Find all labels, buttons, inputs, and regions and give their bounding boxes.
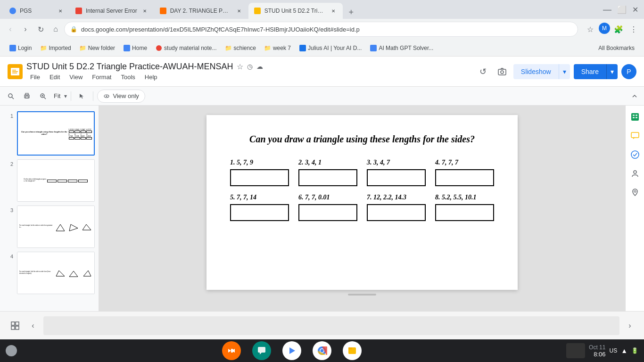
bookmark-ai-math[interactable]: AI Math GPT Solver... (366, 43, 437, 53)
grid-view-button[interactable] (8, 318, 23, 333)
people-icon[interactable] (627, 166, 643, 181)
maximize-button[interactable]: ⬜ (615, 5, 628, 14)
taskbar-left (6, 345, 17, 356)
nav-right-button[interactable]: › (623, 319, 636, 332)
problem-label-6: 6. 7, 7, 0.01 (298, 194, 330, 201)
menu-format[interactable]: Format (88, 73, 115, 82)
zoom-button[interactable] (36, 90, 50, 103)
menu-button[interactable]: ⋮ (627, 23, 640, 36)
share-button[interactable]: Share (574, 64, 606, 79)
svg-point-37 (8, 348, 14, 354)
profile-button[interactable]: M (599, 23, 610, 34)
view-only-button[interactable]: View only (97, 90, 145, 103)
close-button[interactable]: ✕ (630, 5, 640, 14)
tab-close-button[interactable]: ✕ (330, 7, 337, 15)
slide-2-thumbnail[interactable]: 2 Do the sides of all triangles at given… (0, 157, 99, 204)
canvas-area: Can you draw a triangle using these leng… (99, 106, 625, 311)
slideshow-button[interactable]: Slideshow (513, 64, 559, 79)
problem-item-4: 4. 7, 7, 7 (435, 159, 494, 186)
toolbar-collapse-button[interactable] (629, 90, 640, 102)
bookmark-label: New folder (88, 45, 115, 51)
problem-answer-box-3[interactable] (367, 169, 426, 186)
problem-answer-box-7[interactable] (367, 204, 426, 221)
bookmark-julius-ai[interactable]: Julius AI | Your AI D... (296, 43, 366, 53)
tab-close-button[interactable]: ✕ (141, 7, 149, 15)
bookmark-button[interactable]: ☆ (584, 23, 597, 36)
bookmark-study-material[interactable]: study material note... (152, 43, 220, 53)
task-icon[interactable] (627, 147, 643, 162)
problem-label-7: 7. 12, 2.2, 14.3 (367, 194, 406, 201)
problem-answer-box-2[interactable] (298, 169, 357, 186)
camera-button[interactable] (495, 64, 510, 79)
cloud-icon[interactable]: ☁ (256, 63, 263, 70)
bookmark-week7[interactable]: 📁 week 7 (261, 43, 295, 53)
taskbar-chat-app[interactable] (252, 341, 271, 360)
print-button[interactable] (20, 90, 34, 103)
new-tab-button[interactable]: + (345, 6, 358, 19)
all-bookmarks-link[interactable]: All Bookmarks (594, 43, 638, 53)
bookmark-login[interactable]: Login (6, 43, 35, 53)
svg-rect-36 (16, 326, 19, 329)
menu-file[interactable]: File (26, 73, 44, 82)
svg-rect-35 (11, 326, 15, 329)
problem-item-3: 3. 3, 4, 7 (367, 159, 426, 186)
reload-button[interactable]: ↻ (34, 23, 47, 36)
problem-answer-box-5[interactable] (230, 204, 289, 221)
comment-icon[interactable] (627, 128, 643, 143)
menu-help[interactable]: Help (141, 73, 161, 82)
slide-3-thumbnail[interactable]: 3 For each triangle, list the sides in o… (0, 204, 99, 250)
tab-close-button[interactable]: ✕ (57, 7, 64, 15)
cursor-button[interactable] (75, 90, 89, 103)
bookmark-home[interactable]: Home (120, 43, 151, 53)
slide-4-thumbnail[interactable]: 4 For each triangle, find the side to or… (0, 250, 99, 296)
user-avatar[interactable]: P (621, 64, 636, 79)
taskbar-launcher-button[interactable] (6, 345, 17, 356)
tab-pgs[interactable]: PGS ✕ (4, 3, 70, 19)
problem-item-7: 7. 12, 2.2, 14.3 (367, 194, 426, 221)
share-dropdown-button[interactable]: ▾ (606, 64, 618, 79)
bookmark-science[interactable]: 📁 schience (222, 43, 260, 53)
tab-stud-active[interactable]: STUD Unit 5 D2.2 Triangle Pra... ✕ (248, 3, 343, 19)
toolbar-separator-2 (93, 91, 93, 101)
taskbar-chrome-app[interactable] (313, 341, 331, 360)
bookmark-new-folder[interactable]: 📁 New folder (76, 43, 119, 53)
scroll-indicator (348, 294, 376, 296)
undo-history-button[interactable]: ↺ (476, 64, 491, 79)
slideshow-dropdown-button[interactable]: ▾ (559, 64, 570, 79)
menu-edit[interactable]: Edit (46, 73, 64, 82)
taskbar-meet-app[interactable] (222, 341, 241, 360)
address-bar[interactable]: 🔒 docs.google.com/presentation/d/1exD5IL… (64, 22, 578, 37)
tab-close-button[interactable]: ✕ (235, 7, 243, 15)
maps-icon[interactable] (627, 185, 643, 200)
problem-answer-box-1[interactable] (230, 169, 289, 186)
search-icon (8, 93, 14, 99)
zoom-level[interactable]: Fit (52, 92, 62, 99)
menu-view[interactable]: View (66, 73, 86, 82)
minimize-button[interactable]: — (601, 5, 613, 15)
secure-icon: 🔒 (70, 26, 77, 33)
forward-button[interactable]: › (19, 23, 32, 36)
star-icon[interactable]: ☆ (237, 62, 243, 71)
bottom-content-area (43, 316, 619, 335)
topbar-actions: ↺ Slideshow ▾ Share ▾ P (476, 64, 636, 79)
problem-answer-box-8[interactable] (435, 204, 494, 221)
back-button[interactable]: ‹ (4, 23, 17, 36)
history-icon[interactable]: ◷ (247, 63, 253, 70)
slide-1-thumbnail[interactable]: 1 Can you draw a triangle using these le… (0, 109, 99, 157)
taskbar-play-app[interactable] (282, 341, 301, 360)
menu-tools[interactable]: Tools (117, 73, 139, 82)
taskbar-files-app[interactable] (343, 341, 362, 360)
search-button[interactable] (4, 90, 18, 103)
zoom-dropdown-arrow[interactable]: ▾ (64, 93, 67, 99)
extension-button[interactable]: 🧩 (612, 23, 625, 36)
slide-thumb-active: Can you draw a triangle using these leng… (17, 111, 95, 156)
sheets-icon[interactable] (627, 109, 643, 124)
tab-server-error[interactable]: Internal Server Error ✕ (70, 3, 154, 19)
folder-icon: 📁 (40, 45, 47, 51)
home-button[interactable]: ⌂ (49, 23, 62, 36)
problem-answer-box-4[interactable] (435, 169, 494, 186)
bookmark-imported[interactable]: 📁 Imported (36, 43, 74, 53)
problem-answer-box-6[interactable] (298, 204, 357, 221)
nav-left-button[interactable]: ‹ (26, 319, 40, 332)
tab-day2[interactable]: DAY 2. TRIANGLE PRACTICE ✕ (154, 3, 248, 19)
